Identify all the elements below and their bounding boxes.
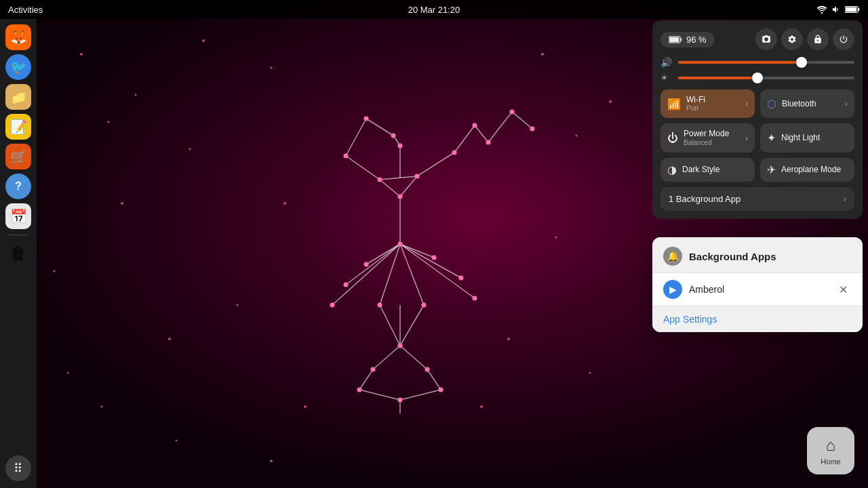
dock-icon-thunderbird[interactable]: 🐦 — [5, 54, 31, 80]
power-mode-icon: ⏻ — [667, 132, 678, 144]
quick-settings-panel: 96 % — [652, 20, 863, 219]
volume-slider[interactable] — [678, 61, 854, 64]
dock-icon-software[interactable]: 🛒 — [5, 144, 31, 169]
svg-point-54 — [398, 344, 403, 348]
dark-style-toggle[interactable]: ◑ Dark Style — [660, 158, 755, 182]
dock-icon-calendar[interactable]: 📅 — [5, 203, 31, 229]
dock-icon-firefox[interactable]: 🦊 — [5, 24, 31, 50]
night-light-toggle-text: Night Light — [781, 133, 848, 142]
svg-point-34 — [364, 117, 369, 121]
settings-button[interactable] — [781, 28, 803, 50]
volume-thumb[interactable] — [796, 57, 807, 68]
dock-icon-apps[interactable]: ⠿ — [5, 455, 31, 481]
svg-rect-86 — [846, 7, 856, 12]
screenshot-button[interactable] — [755, 28, 777, 50]
svg-point-50 — [330, 303, 335, 308]
bg-apps-header: 🔔 Background Apps — [652, 237, 863, 272]
svg-point-59 — [398, 398, 403, 403]
topbar-datetime[interactable]: 20 Mar 21:20 — [408, 5, 460, 15]
volume-status-icon — [831, 5, 841, 14]
svg-point-71 — [541, 53, 544, 56]
svg-point-60 — [80, 53, 83, 56]
svg-point-63 — [121, 202, 123, 205]
svg-point-48 — [344, 283, 349, 287]
brightness-fill — [678, 77, 757, 79]
aeroplane-mode-toggle[interactable]: ✈ Aeroplane Mode — [760, 158, 854, 182]
svg-point-65 — [168, 338, 171, 340]
svg-point-77 — [189, 148, 191, 150]
dock-icon-trash[interactable]: 🗑 — [5, 241, 31, 266]
svg-point-37 — [415, 174, 420, 179]
brightness-slider-row: ☀ — [660, 73, 854, 83]
svg-point-41 — [510, 110, 515, 115]
lock-button[interactable] — [807, 28, 829, 50]
brightness-thumb[interactable] — [752, 73, 763, 83]
svg-point-64 — [54, 270, 56, 272]
dark-style-icon: ◑ — [667, 163, 677, 176]
wifi-label: Wi-Fi — [686, 95, 740, 104]
svg-point-43 — [398, 144, 403, 148]
volume-fill — [678, 61, 802, 64]
wifi-chevron-icon: › — [745, 99, 748, 108]
dock-icon-notes[interactable]: 📝 — [5, 114, 31, 140]
dark-style-toggle-text: Dark Style — [682, 165, 748, 174]
svg-point-44 — [398, 195, 403, 199]
volume-icon: 🔊 — [660, 57, 673, 68]
night-light-icon: ✦ — [767, 131, 776, 144]
app-settings-button[interactable]: App Settings — [663, 314, 717, 325]
panel-action-icons — [755, 28, 854, 50]
svg-point-72 — [576, 135, 578, 137]
bluetooth-toggle-text: Bluetooth — [782, 99, 840, 108]
bg-app-item-amberol: ▶ Amberol ✕ — [652, 272, 863, 306]
svg-rect-89 — [669, 37, 679, 41]
battery-status-icon — [845, 5, 860, 14]
svg-point-82 — [67, 372, 69, 374]
power-mode-label: Power Mode — [684, 129, 740, 138]
wifi-toggle-text: Wi-Fi Purr — [686, 95, 740, 113]
dock-icon-files[interactable]: 📁 — [5, 84, 31, 110]
bg-apps-bell-icon: 🔔 — [667, 251, 679, 262]
battery-indicator: 96 % — [660, 32, 715, 47]
dock-icon-help[interactable]: ? — [5, 174, 31, 199]
power-mode-toggle[interactable]: ⏻ Power Mode Balanced › — [660, 123, 755, 152]
volume-slider-row: 🔊 — [660, 57, 854, 68]
amberol-close-button[interactable]: ✕ — [835, 282, 852, 298]
svg-point-69 — [237, 304, 239, 306]
activities-label[interactable]: Activities — [8, 5, 43, 15]
aeroplane-mode-toggle-text: Aeroplane Mode — [781, 165, 848, 174]
brightness-slider[interactable] — [678, 77, 854, 79]
home-button[interactable]: ⌂ Home — [807, 427, 854, 474]
svg-point-76 — [589, 372, 591, 374]
power-mode-toggle-text: Power Mode Balanced — [684, 129, 740, 146]
svg-point-49 — [459, 276, 464, 281]
power-button[interactable] — [833, 28, 854, 50]
background-app-row[interactable]: 1 Background App › — [660, 187, 854, 211]
wifi-sublabel: Purr — [686, 104, 740, 113]
panel-top-row: 96 % — [660, 28, 854, 50]
bluetooth-icon: ⬡ — [767, 98, 776, 110]
bg-app-chevron-icon: › — [844, 194, 846, 204]
wifi-toggle[interactable]: 📶 Wi-Fi Purr › — [660, 89, 755, 118]
svg-point-53 — [422, 303, 427, 308]
bluetooth-toggle[interactable]: ⬡ Bluetooth › — [760, 89, 854, 118]
battery-percent-label: 96 % — [686, 35, 707, 45]
svg-point-35 — [391, 134, 396, 138]
power-mode-sublabel: Balanced — [684, 139, 740, 147]
svg-point-56 — [425, 367, 430, 372]
background-apps-popup: 🔔 Background Apps ▶ Amberol ✕ App Settin… — [652, 237, 863, 332]
wifi-icon: 📶 — [667, 98, 681, 110]
topbar-left: Activities — [8, 5, 43, 15]
night-light-toggle[interactable]: ✦ Night Light — [760, 123, 854, 152]
aeroplane-mode-label: Aeroplane Mode — [781, 165, 848, 174]
topbar-right — [816, 5, 860, 14]
svg-point-70 — [304, 405, 307, 408]
home-label: Home — [821, 458, 840, 466]
svg-point-61 — [135, 94, 137, 96]
bg-app-count-label: 1 Background App — [669, 194, 741, 204]
svg-point-73 — [609, 100, 612, 103]
svg-point-39 — [473, 123, 477, 128]
svg-point-68 — [283, 202, 286, 205]
night-light-label: Night Light — [781, 133, 848, 142]
svg-point-74 — [555, 237, 557, 239]
bg-apps-title: Background Apps — [689, 251, 776, 262]
